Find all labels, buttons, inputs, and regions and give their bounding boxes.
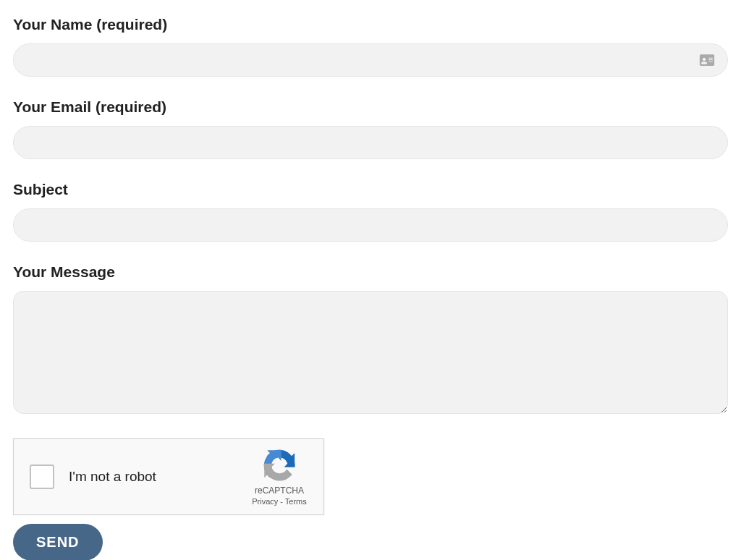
- name-input[interactable]: [13, 43, 728, 77]
- recaptcha-branding: reCAPTCHA Privacy - Terms: [247, 448, 312, 506]
- subject-input[interactable]: [13, 208, 728, 242]
- recaptcha-prompt: I'm not a robot: [69, 469, 247, 485]
- name-field-group: Your Name (required): [13, 16, 728, 77]
- email-label: Your Email (required): [13, 98, 728, 116]
- subject-field-group: Subject: [13, 181, 728, 242]
- id-card-icon: [699, 54, 715, 67]
- recaptcha-widget: I'm not a robot reCAPTCHA Privacy - Term…: [13, 438, 324, 515]
- subject-input-wrap: [13, 208, 728, 242]
- email-input-wrap: [13, 126, 728, 159]
- recaptcha-legal-links: Privacy - Terms: [252, 497, 307, 506]
- name-label: Your Name (required): [13, 16, 728, 33]
- recaptcha-brand-text: reCAPTCHA: [255, 485, 304, 496]
- recaptcha-checkbox[interactable]: [30, 464, 54, 489]
- message-label: Your Message: [13, 263, 728, 281]
- subject-label: Subject: [13, 181, 728, 198]
- recaptcha-terms-link[interactable]: Terms: [285, 497, 307, 506]
- name-input-wrap: [13, 43, 728, 77]
- email-field-group: Your Email (required): [13, 98, 728, 159]
- recaptcha-privacy-link[interactable]: Privacy: [252, 497, 278, 506]
- recaptcha-icon: [262, 448, 297, 483]
- recaptcha-separator: -: [278, 497, 285, 506]
- message-textarea[interactable]: [13, 291, 728, 414]
- email-input[interactable]: [13, 126, 728, 159]
- message-field-group: Your Message: [13, 263, 728, 417]
- send-button[interactable]: SEND: [13, 524, 103, 560]
